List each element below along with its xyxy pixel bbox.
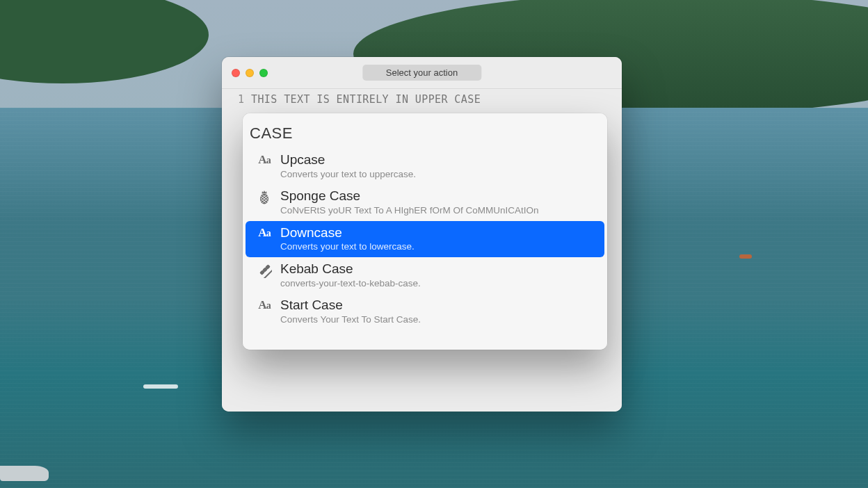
aa-icon: Aa — [258, 154, 270, 165]
kebab-icon — [257, 263, 272, 278]
option-description: Converts your text to uppercase. — [280, 168, 596, 181]
close-button[interactable] — [232, 69, 240, 77]
option-title: Start Case — [280, 297, 596, 314]
action-dropdown: CASE AaUpcaseConverts your text to upper… — [243, 113, 607, 350]
option-title: Upcase — [280, 152, 596, 168]
option-icon — [254, 190, 275, 205]
option-description: converts-your-text-to-kebab-case. — [280, 277, 596, 290]
aa-icon: Aa — [258, 227, 270, 238]
maximize-button[interactable] — [259, 69, 268, 77]
option-icon: Aa — [254, 227, 275, 238]
option-body: UpcaseConverts your text to uppercase. — [280, 152, 596, 180]
editor-text[interactable]: THIS TEXT IS ENTIRELY IN UPPER CASE — [251, 93, 481, 106]
pineapple-icon — [257, 190, 271, 205]
option-title: Kebab Case — [280, 261, 596, 277]
option-row[interactable]: Kebab Caseconverts-your-text-to-kebab-ca… — [246, 257, 604, 293]
option-row[interactable] — [246, 330, 604, 341]
option-body: Kebab Caseconverts-your-text-to-kebab-ca… — [280, 261, 596, 289]
aa-icon: Aa — [258, 299, 270, 311]
option-body: Sponge CaseCoNvERtS yoUR Text To A HIghE… — [280, 188, 596, 216]
option-description: CoNvERtS yoUR Text To A HIghER fOrM Of C… — [280, 204, 596, 217]
window-controls — [232, 69, 268, 77]
option-description: Converts your text to lowercase. — [280, 241, 596, 253]
editor-line: 1 THIS TEXT IS ENTIRELY IN UPPER CASE — [222, 93, 622, 106]
option-icon: Aa — [254, 299, 275, 311]
option-row[interactable]: Sponge CaseCoNvERtS yoUR Text To A HIghE… — [246, 184, 604, 220]
option-list: AaUpcaseConverts your text to uppercase.… — [243, 148, 607, 350]
minimize-button[interactable] — [246, 69, 254, 77]
option-row[interactable]: AaUpcaseConverts your text to uppercase. — [246, 148, 604, 184]
option-title: Sponge Case — [280, 188, 596, 204]
option-body: DowncaseConverts your text to lowercase. — [280, 225, 596, 253]
dropdown-section-header: CASE — [243, 113, 607, 148]
option-body: Start CaseConverts Your Text To Start Ca… — [280, 297, 596, 325]
titlebar[interactable]: Select your action — [222, 57, 622, 89]
option-row[interactable]: AaDowncaseConverts your text to lowercas… — [246, 221, 604, 257]
option-title: Downcase — [280, 225, 596, 241]
option-icon — [254, 263, 275, 278]
option-icon: Aa — [254, 154, 275, 165]
line-number: 1 — [229, 93, 244, 106]
option-row[interactable]: AaStart CaseConverts Your Text To Start … — [246, 293, 604, 330]
option-description: Converts Your Text To Start Case. — [280, 314, 596, 326]
action-search-input[interactable]: Select your action — [362, 65, 481, 81]
